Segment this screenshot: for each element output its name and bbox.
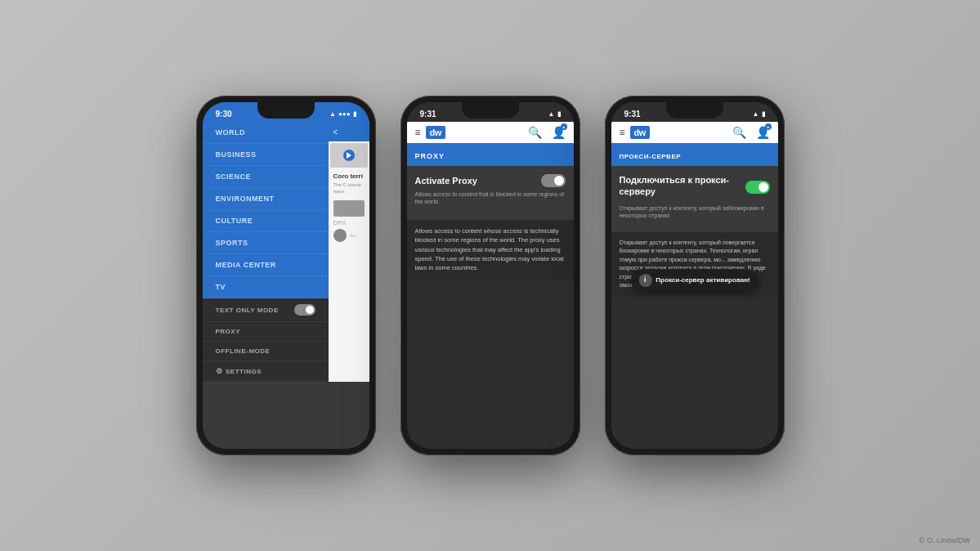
- offline-mode-label: OFFLINE-MODE: [216, 347, 271, 355]
- proxy-body-text: Allows access to content whose access is…: [407, 220, 574, 279]
- proxy-ru-toggle[interactable]: [745, 181, 770, 194]
- hamburger-icon-3[interactable]: ≡: [620, 127, 625, 138]
- nav-business[interactable]: BUSINESS: [203, 144, 329, 166]
- proxy-ru-section: Подключиться к прокси-серверу Открывает …: [611, 166, 778, 232]
- nav-environment[interactable]: ENVIRONMENT: [203, 188, 329, 210]
- phone-2: 9:31 ▲ ▮ ≡ dw 🔍 👤 ●: [401, 96, 580, 455]
- toast-notification: i Прокси-сервер активирован!: [630, 269, 758, 292]
- play-button[interactable]: [343, 150, 355, 161]
- offline-mode-item[interactable]: OFFLINE-MODE: [203, 342, 329, 361]
- proxy-ru-body: Открывает доступ к контенту, который пов…: [611, 232, 778, 297]
- proxy-label: PROXY: [216, 328, 241, 335]
- search-icon-3[interactable]: 🔍: [732, 126, 746, 139]
- dw-logo-3: dw: [630, 126, 650, 139]
- proxy-activate-title: Activate Proxy: [415, 176, 477, 186]
- status-icons-3: ▲ ▮: [753, 110, 765, 118]
- battery-icon-3: ▮: [762, 110, 765, 118]
- phone-1: 9:30 ▲ ●●● ▮ WORLD BUSINESS SCIENCE ENVI…: [196, 96, 376, 455]
- avatar: [333, 229, 347, 242]
- phone1-nav: WORLD BUSINESS SCIENCE ENVIRONMENT CULTU…: [203, 122, 329, 298]
- mini-image-1: [333, 200, 365, 217]
- nav-world[interactable]: WORLD: [203, 122, 329, 144]
- phone1-image: [330, 143, 368, 168]
- user-icon-3[interactable]: 👤 ●: [751, 125, 770, 140]
- battery-icon-1: ▮: [353, 110, 356, 118]
- status-icons-1: ▲ ●●● ▮: [329, 110, 356, 118]
- notch-2: [462, 102, 519, 119]
- proxy-section-2: Activate Proxy Allows access to content …: [407, 166, 574, 220]
- time-1: 9:30: [216, 110, 232, 119]
- proxy-ru-bar: ПРОКСИ-СЕРВЕР: [611, 143, 778, 166]
- nav-tv[interactable]: TV: [203, 276, 329, 298]
- phone-3: 9:31 ▲ ▮ ≡ dw 🔍 👤 ●: [605, 96, 785, 455]
- phone1-content-area: WORLD BUSINESS SCIENCE ENVIRONMENT CULTU…: [203, 122, 369, 382]
- user-badge-2: ●: [561, 123, 567, 130]
- article-title: Coro terri: [333, 172, 365, 181]
- dw-logo-2: dw: [426, 126, 445, 139]
- proxy-ru-label: ПРОКСИ-СЕРВЕР: [620, 153, 682, 160]
- notch-3: [666, 102, 723, 119]
- gear-icon: ⚙: [216, 367, 223, 375]
- time-3: 9:31: [624, 110, 641, 119]
- text-only-mode-label: TEXT ONLY MODE: [216, 307, 279, 314]
- search-icon-2[interactable]: 🔍: [528, 126, 542, 139]
- settings-item[interactable]: ⚙ SETTINGS: [203, 361, 329, 382]
- toast-text: Прокси-сервер активирован!: [656, 276, 750, 285]
- back-arrow-icon[interactable]: <: [333, 128, 338, 137]
- wifi-icon-1: ▲: [329, 110, 336, 118]
- signal-icon-2: ▮: [557, 110, 561, 118]
- proxy-header-label-2: PROXY: [415, 152, 445, 160]
- dw-logo-text-3: dw: [634, 128, 646, 137]
- proxy-header-bar-2: PROXY: [407, 143, 574, 166]
- proxy-item[interactable]: PROXY: [203, 322, 329, 342]
- text-only-mode-toggle[interactable]: [294, 304, 315, 316]
- nav-sports[interactable]: SPORTS: [203, 232, 329, 254]
- user-icon-2[interactable]: 👤 ●: [547, 125, 566, 140]
- nav-culture[interactable]: CULTURE: [203, 210, 329, 232]
- time-2: 9:31: [420, 110, 436, 119]
- proxy-ru-subtitle: Открывает доступ к контенту, который заб…: [620, 204, 770, 219]
- proxy-activate-row: Activate Proxy: [415, 174, 566, 187]
- phone1-left: WORLD BUSINESS SCIENCE ENVIRONMENT CULTU…: [203, 122, 329, 382]
- nav-science[interactable]: SCIENCE: [203, 166, 329, 188]
- avatar-row: An: [329, 227, 369, 244]
- play-triangle-icon: [347, 152, 351, 159]
- opinion-label: OPII: [329, 218, 369, 227]
- phone1-article: Coro terri The C countr repor: [329, 169, 369, 199]
- proxy-subtitle: Allows access to content that is blocked…: [415, 190, 566, 205]
- dw-logo-text-2: dw: [430, 128, 441, 137]
- an-label: An: [350, 233, 356, 238]
- text-only-mode-item[interactable]: TEXT ONLY MODE: [203, 298, 329, 322]
- dw-header-3: ≡ dw 🔍 👤 ●: [611, 122, 778, 143]
- copyright-text: © O. Linow/DW: [920, 536, 970, 544]
- proxy-ru-title: Подключиться к прокси-серверу: [620, 174, 745, 198]
- phone1-bottom: TEXT ONLY MODE PROXY OFFLINE-MODE ⚙: [203, 298, 329, 382]
- user-badge-3: ●: [765, 123, 772, 130]
- phone1-right: < Coro terri The C countr repor OPII: [329, 122, 369, 382]
- article-sub: The C countr repor: [333, 182, 365, 195]
- phone1-right-header: <: [329, 122, 369, 141]
- proxy-ru-activate-row: Подключиться к прокси-серверу: [620, 174, 770, 201]
- nav-mediacenter[interactable]: MEDIA CENTER: [203, 254, 329, 276]
- notch-1: [257, 102, 315, 119]
- hamburger-icon-2[interactable]: ≡: [415, 127, 421, 138]
- signal-icon-1: ●●●: [338, 110, 351, 118]
- status-icons-2: ▲ ▮: [548, 110, 561, 118]
- settings-label: SETTINGS: [226, 368, 262, 375]
- wifi-icon-2: ▲: [548, 110, 555, 118]
- dw-header-2: ≡ dw 🔍 👤 ●: [407, 122, 574, 143]
- toast-info-icon: i: [638, 274, 651, 287]
- wifi-icon-3: ▲: [753, 110, 759, 118]
- proxy-toggle[interactable]: [541, 174, 566, 187]
